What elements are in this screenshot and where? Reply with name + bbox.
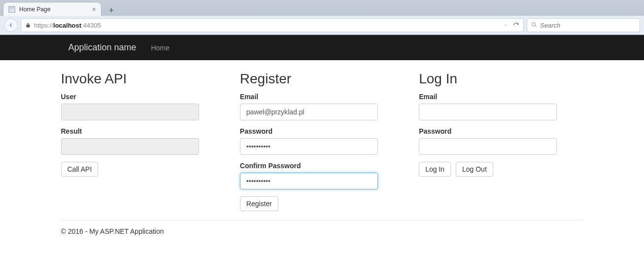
url-text: https://localhost:44305 — [34, 22, 500, 29]
register-password-input[interactable] — [240, 138, 378, 155]
new-tab-button[interactable]: + — [104, 5, 118, 16]
tab-strip: Home Page × + — [0, 0, 644, 16]
browser-search-input[interactable] — [540, 22, 636, 29]
url-port: :44305 — [81, 22, 101, 29]
browser-search-box[interactable] — [527, 18, 640, 32]
invoke-result-label: Result — [61, 127, 225, 135]
invoke-user-label: User — [61, 93, 225, 101]
navbar-brand[interactable]: Application name — [68, 42, 136, 53]
login-password-label: Password — [419, 127, 583, 135]
login-email-input[interactable] — [419, 104, 557, 120]
register-confirm-label: Confirm Password — [240, 162, 404, 170]
register-button[interactable]: Register — [240, 196, 278, 211]
svg-line-5 — [535, 26, 537, 27]
invoke-heading: Invoke API — [61, 71, 225, 87]
register-section: Register Email Password Confirm Password… — [240, 71, 404, 211]
dropdown-icon[interactable] — [503, 23, 508, 28]
svg-rect-2 — [10, 9, 14, 10]
nav-back-button[interactable] — [4, 18, 18, 32]
page-content: Invoke API User Result Call API Register… — [61, 60, 583, 251]
register-password-label: Password — [240, 127, 404, 135]
reload-icon[interactable] — [513, 22, 519, 29]
url-host: localhost — [53, 22, 81, 29]
lock-icon — [25, 22, 31, 28]
register-heading: Register — [240, 71, 404, 87]
register-email-input[interactable] — [240, 104, 378, 120]
browser-tab[interactable]: Home Page × — [3, 2, 102, 16]
login-section: Log In Email Password Log In Log Out — [419, 71, 583, 211]
tab-close-icon[interactable]: × — [92, 5, 96, 13]
call-api-button[interactable]: Call API — [61, 162, 99, 177]
url-controls — [503, 22, 519, 29]
tab-title: Home Page — [19, 6, 88, 13]
footer-text: © 2016 - My ASP.NET Application — [61, 227, 583, 242]
logout-button[interactable]: Log Out — [456, 162, 493, 177]
search-icon — [531, 21, 537, 29]
invoke-result-input[interactable] — [61, 138, 199, 155]
login-heading: Log In — [419, 71, 583, 87]
footer-divider — [61, 220, 583, 220]
svg-point-4 — [532, 23, 536, 26]
browser-chrome: Home Page × + https://localhost:44305 — [0, 0, 644, 35]
login-password-input[interactable] — [419, 138, 557, 155]
url-toolbar: https://localhost:44305 — [0, 16, 644, 35]
login-button[interactable]: Log In — [419, 162, 451, 177]
nav-link-home[interactable]: Home — [151, 44, 169, 52]
register-email-label: Email — [240, 93, 404, 101]
invoke-api-section: Invoke API User Result Call API — [61, 71, 225, 211]
page-favicon — [8, 6, 15, 13]
app-navbar: Application name Home — [0, 35, 644, 60]
svg-rect-1 — [10, 7, 14, 8]
login-email-label: Email — [419, 93, 583, 101]
invoke-user-input[interactable] — [61, 104, 199, 120]
url-protocol: https:// — [34, 22, 53, 29]
register-confirm-input[interactable] — [240, 173, 378, 189]
address-bar[interactable]: https://localhost:44305 — [21, 18, 524, 32]
svg-rect-3 — [10, 10, 12, 11]
